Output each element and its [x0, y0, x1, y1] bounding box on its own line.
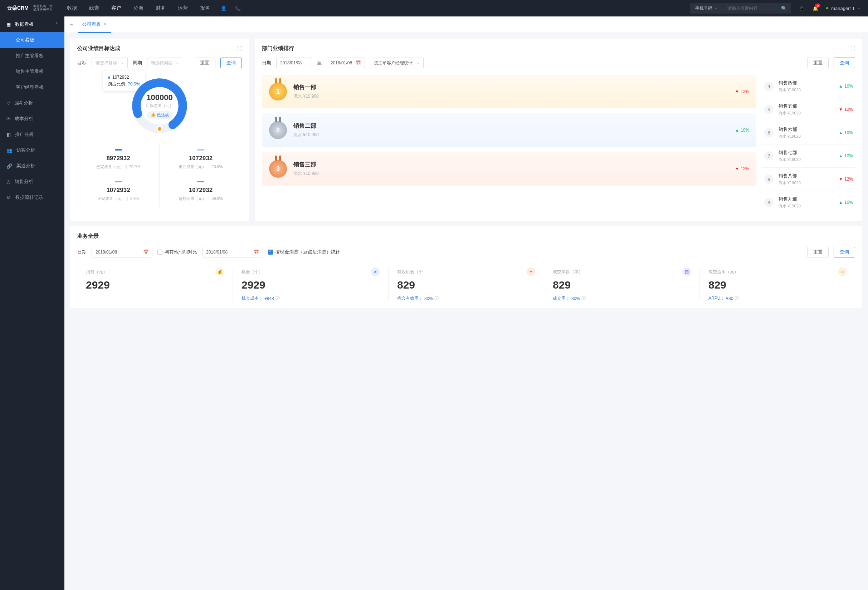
search-type-select[interactable]: 手机号码: [690, 3, 723, 13]
sidebar: ▦数据看板 ˄ 公司看板推广主管看板销售主管看板客户经理看板 ▽漏斗分析⟳成本分…: [0, 16, 64, 590]
medal-icon: 2: [269, 121, 287, 139]
search-bar: 手机号码 🔍: [690, 3, 791, 13]
sidebar-item-icon: 🔗: [6, 163, 12, 169]
card-ranking: 部门业绩排行 ⛶ 日期 2018/01/08 至 2018/01/08📅 按工单…: [255, 38, 862, 221]
card-title: 部门业绩排行: [262, 45, 294, 52]
date-input-1[interactable]: 2018/01/08📅: [92, 247, 152, 257]
grid-icon: ▦: [6, 22, 11, 27]
nav-item[interactable]: 公海: [133, 1, 143, 16]
help-icon[interactable]: ⓘ: [582, 295, 586, 302]
main-area: ☰ 公司看板 × 公司业绩目标达成 ⛶ 目标 请选择目标 周期: [64, 16, 868, 590]
sidebar-group-dashboard[interactable]: ▦数据看板 ˄: [0, 16, 64, 32]
sidebar-item-icon: 👥: [6, 148, 12, 153]
stat-item: 成交单数（单）▤829成交率：80% ⓘ: [544, 268, 700, 302]
stat-icon: ➤: [371, 268, 379, 276]
chevron-down-icon: [121, 62, 124, 65]
nav-item[interactable]: 财务: [156, 1, 166, 16]
user-menu[interactable]: manager11: [826, 6, 861, 11]
tab-bar: ☰ 公司看板 ×: [64, 16, 868, 33]
logo-subtitle: 教育机构一站 式服务云平台: [31, 4, 53, 12]
stat-item: 有效机会（个）✦829机会有效率：80% ⓘ: [388, 268, 544, 302]
checkbox-checked-icon: [268, 250, 273, 255]
metric-item: 1072932超额完成（元）|89.9%: [159, 175, 242, 207]
date-to-input[interactable]: 2018/01/08📅: [327, 57, 365, 68]
donut-value: 100000: [146, 93, 173, 102]
expand-icon[interactable]: ⛶: [850, 46, 855, 51]
sidebar-item[interactable]: 🔗渠道分析: [0, 158, 64, 174]
sidebar-sub-item[interactable]: 客户经理看板: [0, 79, 64, 95]
nav-item[interactable]: 报名: [200, 1, 210, 16]
metric-item: 8972932已完成量（元）|70.9%: [77, 143, 159, 175]
person-icon[interactable]: 👤: [221, 6, 226, 11]
sidebar-item[interactable]: ▽漏斗分析: [0, 95, 64, 111]
sidebar-item[interactable]: 👥访客分析: [0, 142, 64, 158]
reset-button[interactable]: 重置: [807, 247, 829, 257]
logo: 云朵CRM 教育机构一站 式服务云平台: [7, 4, 53, 12]
expand-icon[interactable]: ⛶: [237, 46, 242, 51]
query-button[interactable]: 查询: [834, 247, 855, 257]
query-button[interactable]: 查询: [834, 57, 855, 68]
stat-icon: ▭: [838, 268, 847, 276]
label-date: 日期: [262, 60, 271, 66]
sidebar-item[interactable]: ⟳成本分析: [0, 111, 64, 127]
checkbox-cash[interactable]: 按现金消费（返点后消费）统计: [268, 249, 340, 255]
date-input-2[interactable]: 2018/01/08📅: [202, 247, 263, 257]
nav-item[interactable]: 数据: [67, 1, 77, 16]
search-input[interactable]: [723, 6, 777, 11]
help-icon[interactable]: ⓘ: [276, 295, 280, 302]
sidebar-sub-item[interactable]: 销售主管看板: [0, 64, 64, 79]
card-goal: 公司业绩目标达成 ⛶ 目标 请选择目标 周期 请选择周期 重置 查询: [70, 38, 249, 221]
label-target: 目标: [77, 60, 87, 66]
sidebar-item[interactable]: ◧推广分析: [0, 127, 64, 142]
query-button[interactable]: 查询: [220, 57, 242, 68]
reset-button[interactable]: 重置: [807, 57, 829, 68]
card-title: 业务全景: [77, 233, 855, 240]
chevron-down-icon: [176, 62, 179, 65]
select-period[interactable]: 请选择周期: [147, 57, 183, 68]
sidebar-item[interactable]: 🗎数据流转记录: [0, 190, 64, 205]
rank-list-item: 4销售四部流水 ¥19020▲ 10%: [762, 75, 855, 98]
sidebar-item[interactable]: ◎销售分析: [0, 174, 64, 190]
mobile-icon[interactable]: 📱: [799, 6, 805, 11]
date-from-input[interactable]: 2018/01/08: [276, 57, 312, 68]
sidebar-sub-item[interactable]: 推广主管看板: [0, 48, 64, 64]
select-stat-type[interactable]: 按工单客户经理统计: [370, 57, 424, 68]
sidebar-item-icon: ▽: [6, 100, 10, 106]
tab-company-board[interactable]: 公司看板 ×: [78, 16, 111, 33]
card-title: 公司业绩目标达成: [77, 45, 120, 52]
chevron-down-icon: [714, 7, 718, 10]
bell-icon[interactable]: 🔔5: [813, 6, 818, 11]
nav-extra-icons: 👤 📞: [221, 6, 241, 11]
phone-icon[interactable]: 📞: [235, 6, 241, 11]
stat-item: 消费（元）💰2929: [77, 268, 233, 302]
notif-badge: 5: [815, 4, 821, 7]
stat-icon: ▤: [682, 268, 691, 276]
chevron-down-icon: [416, 62, 420, 65]
rank-list-item: 9销售九部流水 ¥19020▲ 10%: [762, 191, 855, 214]
logo-text: 云朵CRM: [7, 5, 29, 12]
rank-list-item: 7销售七部流水 ¥19020▲ 10%: [762, 144, 855, 168]
sidebar-sub-item[interactable]: 公司看板: [0, 32, 64, 48]
calendar-icon: 📅: [254, 250, 259, 255]
nav-item[interactable]: 运营: [178, 1, 188, 16]
sidebar-item-icon: ◎: [6, 179, 10, 184]
nav-item[interactable]: 线索: [89, 1, 99, 16]
close-icon[interactable]: ×: [104, 21, 106, 27]
help-icon[interactable]: ⓘ: [434, 295, 438, 302]
chevron-down-icon: [858, 7, 861, 10]
select-target[interactable]: 请选择目标: [92, 57, 128, 68]
metric-item: 1072932应完成量（元）|8.9%: [77, 175, 159, 207]
search-icon[interactable]: 🔍: [777, 6, 791, 11]
sidebar-item-icon: 🗎: [6, 195, 11, 200]
reset-button[interactable]: 重置: [194, 57, 216, 68]
nav-item[interactable]: 客户: [111, 1, 121, 16]
checkbox-icon: [158, 250, 162, 255]
label-date: 日期: [77, 249, 87, 255]
help-icon[interactable]: ⓘ: [735, 295, 739, 302]
checkbox-compare[interactable]: 与其他时间对比: [158, 249, 197, 255]
chevron-up-icon: ˄: [55, 22, 58, 27]
metric-item: 1072932未完成量（元）|20.9%: [159, 143, 242, 175]
stat-item: 机会（个）➤2929机会成本：¥948 ⓘ: [233, 268, 388, 302]
medal-icon: 3: [269, 160, 287, 178]
menu-toggle-icon[interactable]: ☰: [69, 22, 74, 27]
